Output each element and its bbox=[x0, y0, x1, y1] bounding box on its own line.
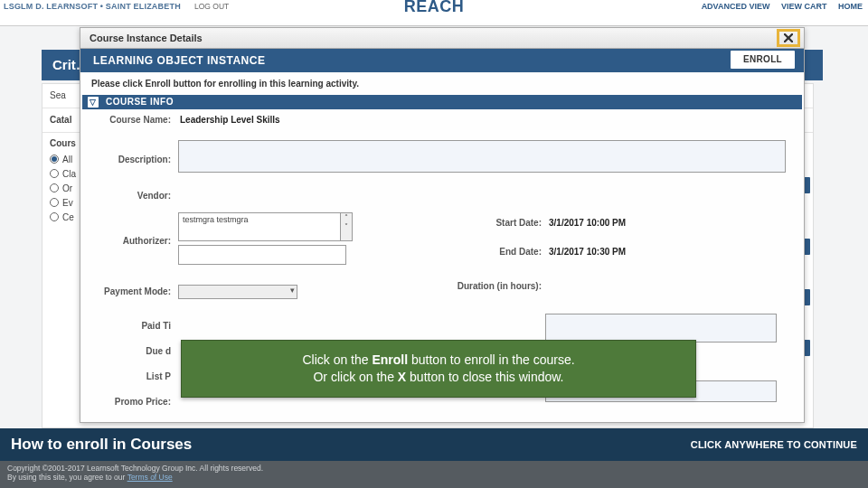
loi-header: LEARNING OBJECT INSTANCE ENROLL bbox=[80, 49, 804, 72]
collapse-icon[interactable]: ▽ bbox=[88, 97, 99, 108]
value-course-name: Leadership Level Skills bbox=[180, 115, 280, 125]
radio-icon[interactable] bbox=[50, 155, 59, 164]
label-authorizer: Authorizer: bbox=[80, 236, 171, 246]
label-due: Due d bbox=[80, 346, 171, 356]
payment-mode-select[interactable] bbox=[178, 285, 297, 299]
modal-titlebar: Course Instance Details bbox=[80, 28, 804, 49]
label-paid: Paid Ti bbox=[80, 321, 171, 331]
label-start-date: Start Date: bbox=[433, 218, 542, 228]
topnav-right: ADVANCED VIEW VIEW CART HOME bbox=[693, 2, 863, 11]
terms-of-use-link[interactable]: Terms of Use bbox=[127, 473, 173, 482]
description-field[interactable] bbox=[178, 140, 786, 173]
advanced-view-link[interactable]: ADVANCED VIEW bbox=[702, 2, 770, 11]
label-end-date: End Date: bbox=[433, 247, 542, 257]
lesson-title: How to enroll in Courses bbox=[11, 436, 192, 454]
close-button[interactable] bbox=[777, 29, 800, 47]
value-start-date: 3/1/2017 10:00 PM bbox=[549, 218, 626, 228]
view-cart-link[interactable]: VIEW CART bbox=[781, 2, 827, 11]
course-info-header[interactable]: ▽ COURSE INFO bbox=[82, 95, 802, 109]
home-link[interactable]: HOME bbox=[838, 2, 863, 11]
authorizer-field[interactable]: testmgra testmgra ˄˅ bbox=[178, 212, 341, 241]
label-duration: Duration (in hours): bbox=[433, 281, 542, 291]
click-to-continue[interactable]: CLICK ANYWHERE TO CONTINUE bbox=[691, 439, 857, 450]
modal-title: Course Instance Details bbox=[90, 33, 203, 43]
authorizer-field-2[interactable] bbox=[178, 245, 346, 265]
label-description: Description: bbox=[80, 155, 171, 164]
footer-agree: By using this site, you agree to our bbox=[7, 473, 127, 482]
page-footer: Copyright ©2001-2017 Learnsoft Technolog… bbox=[0, 461, 868, 488]
tooltip-line-2: Or click on the X button to close this w… bbox=[302, 369, 574, 386]
course-info-title: COURSE INFO bbox=[106, 97, 174, 107]
footer-copyright: Copyright ©2001-2017 Learnsoft Technolog… bbox=[7, 464, 861, 473]
close-icon bbox=[784, 33, 793, 42]
enroll-instruction: Please click Enroll button for enrolling… bbox=[80, 72, 804, 95]
radio-icon[interactable] bbox=[50, 183, 59, 192]
label-course-name: Course Name: bbox=[80, 115, 171, 125]
instruction-tooltip: Click on the Enroll button to enroll in … bbox=[181, 340, 696, 398]
value-end-date: 3/1/2017 10:30 PM bbox=[549, 247, 626, 257]
top-navbar: LSGLM D. LEARNSOFT • SAINT ELIZABETH LOG… bbox=[0, 0, 868, 26]
tooltip-line-1: Click on the Enroll button to enroll in … bbox=[302, 352, 574, 369]
authorizer-value: testmgra testmgra bbox=[183, 215, 249, 224]
label-payment-mode: Payment Mode: bbox=[80, 286, 171, 296]
lesson-bottom-bar[interactable]: How to enroll in Courses CLICK ANYWHERE … bbox=[0, 428, 868, 461]
right-field-1[interactable] bbox=[545, 314, 777, 343]
radio-icon[interactable] bbox=[50, 212, 59, 221]
label-vendor: Vendor: bbox=[80, 191, 171, 201]
radio-icon[interactable] bbox=[50, 198, 59, 207]
loi-title: LEARNING OBJECT INSTANCE bbox=[93, 54, 265, 67]
textarea-scroll-icon[interactable]: ˄˅ bbox=[341, 212, 353, 241]
enroll-button[interactable]: ENROLL bbox=[731, 51, 795, 69]
label-promo: Promo Price: bbox=[80, 397, 171, 407]
label-list-price: List P bbox=[80, 371, 171, 381]
radio-icon[interactable] bbox=[50, 169, 59, 178]
